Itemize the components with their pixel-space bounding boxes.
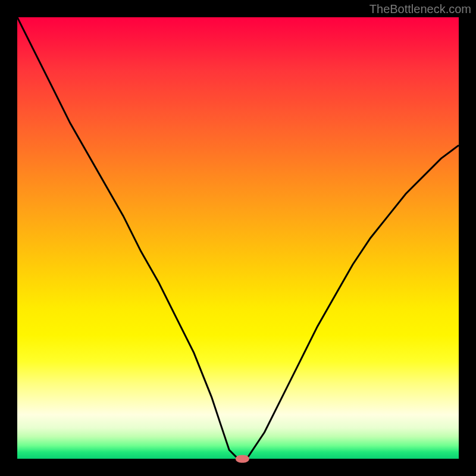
- watermark-text: TheBottleneck.com: [369, 2, 471, 16]
- chart-frame: TheBottleneck.com: [0, 0, 476, 476]
- bottleneck-curve: [17, 17, 459, 459]
- plot-area: [17, 17, 459, 459]
- curve-layer: [17, 17, 459, 459]
- optimum-marker: [236, 455, 249, 463]
